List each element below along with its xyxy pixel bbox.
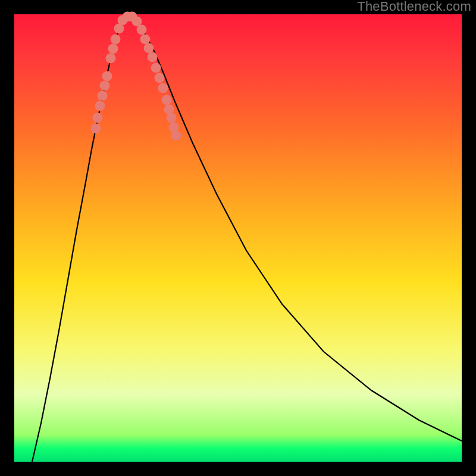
marker-dot [95,101,105,111]
watermark-text: TheBottleneck.com [357,0,471,14]
marker-dot [93,113,103,123]
marker-dot [171,131,181,141]
marker-dot [158,83,168,93]
marker-dot [148,52,158,62]
marker-dot [91,124,101,134]
marker-dot [140,35,151,45]
chart-frame [14,14,462,462]
marker-dot [155,73,165,83]
marker-dot [144,43,154,54]
marker-dot [98,91,108,101]
marker-dot [100,81,110,91]
marker-dot [108,44,118,54]
marker-dot [151,63,161,73]
bottleneck-curve [32,17,462,462]
marker-dot [167,113,177,123]
marker-dot [137,25,147,35]
marker-dot [111,35,121,45]
marker-dot [106,54,116,64]
marker-group [91,12,181,141]
marker-dot [162,95,172,105]
chart-overlay [14,14,462,462]
marker-dot [102,71,112,82]
